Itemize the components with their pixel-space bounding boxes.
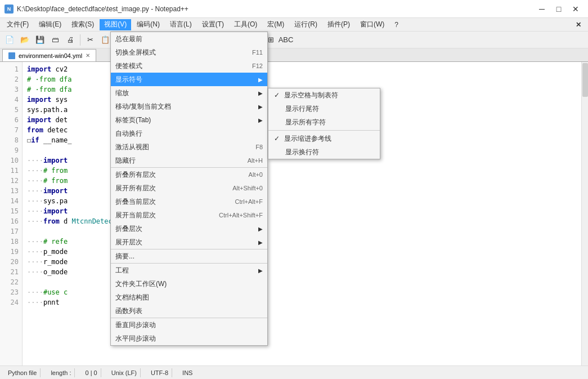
view-menu-funclist[interactable]: 函数列表 bbox=[111, 304, 267, 318]
menu-search[interactable]: 搜索(S) bbox=[67, 19, 98, 30]
ln-9: 9 bbox=[0, 145, 22, 155]
view-menu-project[interactable]: 工程 ▶ bbox=[111, 264, 267, 277]
ln-10: 10 bbox=[0, 155, 22, 166]
status-line-ending: Unix (LF) bbox=[108, 368, 141, 377]
title-bar: N K:\Desktop\face_detect\dface\test_imag… bbox=[0, 0, 588, 18]
menu-encode[interactable]: 编码(N) bbox=[132, 19, 164, 30]
code-line-14: ····sys.pa bbox=[27, 196, 577, 206]
menu-edit[interactable]: 编辑(E) bbox=[34, 19, 66, 30]
view-menu-summary[interactable]: 摘要... bbox=[111, 249, 267, 263]
maximize-button[interactable]: □ bbox=[551, 3, 567, 15]
view-menu-zoom[interactable]: 缩放 ▶ bbox=[111, 86, 267, 100]
submenu-showindentguide[interactable]: ✓ 显示缩进参考线 bbox=[268, 132, 380, 145]
menu-plugins[interactable]: 插件(P) bbox=[323, 19, 354, 30]
status-position: 0 | 0 bbox=[82, 368, 101, 377]
ln-17: 17 bbox=[0, 226, 22, 237]
tab-icon bbox=[8, 52, 15, 59]
tb-cut[interactable]: ✂ bbox=[83, 33, 97, 47]
title-bar-left: N K:\Desktop\face_detect\dface\test_imag… bbox=[5, 5, 188, 14]
ln-14: 14 bbox=[0, 196, 22, 206]
ln-18: 18 bbox=[0, 237, 22, 247]
app-icon: N bbox=[5, 5, 14, 14]
menu-view[interactable]: 视图(V) bbox=[100, 19, 131, 30]
menu-run[interactable]: 运行(R) bbox=[290, 19, 322, 30]
menu-language[interactable]: 语言(L) bbox=[165, 19, 196, 30]
view-menu-wordwrap[interactable]: 自动换行 bbox=[111, 127, 267, 140]
code-line-2: # ·from dfa bbox=[27, 74, 577, 84]
check-indent: ✓ bbox=[274, 135, 280, 142]
submenu-showspaces[interactable]: ✓ 显示空格与制表符 bbox=[268, 88, 380, 102]
submenu-showwrapcue[interactable]: 显示换行符 bbox=[268, 145, 380, 159]
ln-11: 11 bbox=[0, 166, 22, 176]
ln-22: 22 bbox=[0, 277, 22, 287]
window-title: K:\Desktop\face_detect\dface\test_image.… bbox=[17, 5, 188, 13]
ln-2: 2 bbox=[0, 74, 22, 84]
scrollbar-vertical[interactable] bbox=[581, 62, 588, 365]
code-line-22 bbox=[27, 277, 577, 287]
code-line-16: ····from d MtcnnDetector bbox=[27, 216, 577, 226]
view-menu-expandall[interactable]: 展开所有层次 Alt+Shift+0 bbox=[111, 181, 267, 195]
ln-12: 12 bbox=[0, 176, 22, 186]
view-menu-stickynote[interactable]: 便签模式 F12 bbox=[111, 59, 267, 73]
status-encoding: UTF-8 bbox=[147, 368, 172, 377]
view-menu-vsync[interactable]: 垂直同步滚动 bbox=[111, 318, 267, 332]
view-menu-tab[interactable]: 标签页(Tab) ▶ bbox=[111, 113, 267, 127]
tb-open[interactable]: 📂 bbox=[17, 33, 32, 47]
menu-settings[interactable]: 设置(T) bbox=[198, 19, 228, 30]
menu-close-x[interactable]: ✕ bbox=[571, 19, 586, 30]
view-menu-collapselevel[interactable]: 折叠层次 ▶ bbox=[111, 222, 267, 235]
ln-3: 3 bbox=[0, 84, 22, 95]
menu-help[interactable]: ? bbox=[390, 19, 403, 30]
view-menu-collapseall[interactable]: 折叠所有层次 Alt+0 bbox=[111, 168, 267, 181]
ln-4: 4 bbox=[0, 95, 22, 105]
tb-save[interactable]: 💾 bbox=[33, 33, 47, 47]
view-menu-movecopy[interactable]: 移动/复制当前文档 ▶ bbox=[111, 100, 267, 113]
submenu-showallchars[interactable]: 显示所有字符 bbox=[268, 115, 380, 129]
tb-spellcheck[interactable]: ABC bbox=[279, 33, 293, 47]
menu-bar: 文件(F) 编辑(E) 搜索(S) 视图(V) 编码(N) 语言(L) 设置(T… bbox=[0, 18, 588, 32]
check-eol-space bbox=[274, 105, 282, 113]
view-menu-showsymbol[interactable]: 显示符号 ▶ bbox=[111, 73, 267, 86]
view-menu-alwaysontop[interactable]: 总在最前 bbox=[111, 32, 267, 46]
menu-file[interactable]: 文件(F) bbox=[2, 19, 33, 30]
view-menu: 总在最前 切换全屏模式 F11 便签模式 F12 显示符号 ▶ 缩放 ▶ 移动/… bbox=[110, 32, 268, 346]
view-menu-expandcurrent[interactable]: 展开当前层次 Ctrl+Alt+Shift+F bbox=[111, 208, 267, 222]
window-controls: ─ □ ✕ bbox=[534, 3, 583, 15]
tb-new[interactable]: 📄 bbox=[2, 33, 17, 47]
view-menu-hsync[interactable]: 水平同步滚动 bbox=[111, 332, 267, 345]
code-line-21: ····o_mode bbox=[27, 267, 577, 277]
submenu-showeol[interactable]: 显示行尾符 bbox=[268, 102, 380, 115]
view-menu-expandlevel[interactable]: 展开层次 ▶ bbox=[111, 235, 267, 249]
view-menu-hidelines[interactable]: 隐藏行 Alt+H bbox=[111, 154, 267, 167]
minimize-button[interactable]: ─ bbox=[534, 3, 550, 15]
view-menu-docmap[interactable]: 文档结构图 bbox=[111, 291, 267, 304]
tb-print[interactable]: 🖨 bbox=[63, 33, 78, 47]
ln-6: 6 bbox=[0, 115, 22, 125]
view-menu-fullscreen[interactable]: 切换全屏模式 F11 bbox=[111, 46, 267, 59]
code-line-17 bbox=[27, 226, 577, 237]
view-menu-activateclone[interactable]: 激活从视图 F8 bbox=[111, 140, 267, 154]
ln-1: 1 bbox=[0, 64, 22, 74]
status-bar: Python file length : 0 | 0 Unix (LF) UTF… bbox=[0, 365, 588, 379]
code-line-12: ····# from bbox=[27, 176, 577, 186]
menu-window[interactable]: 窗口(W) bbox=[356, 19, 389, 30]
tab-close-icon[interactable]: ✕ bbox=[86, 52, 90, 59]
tab-bar: environment-win04.yml ✕ bbox=[0, 48, 588, 62]
check-allchars-space bbox=[274, 118, 282, 126]
tb-saveall[interactable]: 🗃 bbox=[48, 33, 62, 47]
scrollbar-thumb[interactable] bbox=[582, 63, 588, 97]
status-mode: INS bbox=[179, 368, 196, 377]
toolbar: 📄 📂 💾 🗃 🖨 ✂ 📋 📌 ↩ ↪ 🔍 🔄 🔎 🔎 ⟳ ↵ ⊞ ABC bbox=[0, 32, 588, 48]
menu-tools[interactable]: 工具(O) bbox=[230, 19, 262, 30]
code-line-1: import cv2 bbox=[27, 64, 577, 74]
view-menu-folderworkspace[interactable]: 文件夹工作区(W) bbox=[111, 277, 267, 291]
menu-macro[interactable]: 宏(M) bbox=[263, 19, 289, 30]
view-menu-collapsecurrent[interactable]: 折叠当前层次 Ctrl+Alt+F bbox=[111, 195, 267, 208]
tab-active[interactable]: environment-win04.yml ✕ bbox=[2, 49, 96, 61]
ln-23: 23 bbox=[0, 287, 22, 297]
line-numbers: 1 2 3 4 5 6 7 8 9 10 11 12 13 14 15 16 1… bbox=[0, 62, 23, 365]
ln-24: 24 bbox=[0, 297, 22, 307]
code-line-19: ····p_mode bbox=[27, 247, 577, 257]
code-line-20: ····r_mode bbox=[27, 257, 577, 267]
close-button[interactable]: ✕ bbox=[568, 3, 583, 15]
